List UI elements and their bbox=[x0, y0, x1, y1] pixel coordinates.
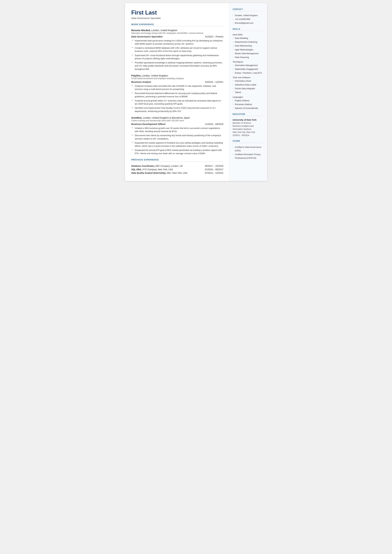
tools-list: Informatica Cloud Salesforce Data Loader… bbox=[233, 79, 264, 94]
job-bullets-3: Initiated a 48% business growth over 32 … bbox=[132, 127, 223, 155]
bullet-item: Surpassed the annual KPI goal of 85% mar… bbox=[132, 149, 223, 155]
skill-item: Master Data Management bbox=[233, 52, 264, 55]
job-title-row-2: Business Analyst 10/2019 – 12/2021 bbox=[131, 81, 223, 83]
job-dates-2: 10/2019 – 12/2021 bbox=[205, 81, 223, 83]
skill-item: Data Warehousing bbox=[233, 44, 264, 48]
bullet-item: Expanded the market segment of Growthsi … bbox=[132, 141, 223, 148]
bullet-item: Supervised 20+ cross-functional teams th… bbox=[132, 54, 223, 60]
education-section: EDUCATION University of New York Bachelo… bbox=[233, 113, 264, 137]
job-title-row-1: Data Governance Specialist 01/2022 – Pre… bbox=[131, 35, 223, 38]
contact-address: Dundee, United Kingdom bbox=[233, 14, 264, 17]
techniques-list: Information Management Stakeholder Engag… bbox=[233, 64, 264, 75]
table-row: Database Coordinator, ABC Company, Londo… bbox=[131, 164, 223, 168]
skills-heading: SKILLS bbox=[233, 28, 264, 31]
technique-item: Stakeholder Engagement bbox=[233, 67, 264, 71]
languages-list: English (Native) Romanian (Native) Spani… bbox=[233, 99, 264, 110]
edu-field: Business Analytics and Information Syste… bbox=[233, 125, 264, 131]
main-column: First Last Data Governance Specialist WO… bbox=[125, 3, 229, 181]
language-item: Romanian (Native) bbox=[233, 103, 264, 106]
skill-item: Requirements Gathering bbox=[233, 40, 264, 44]
job-block-3: Growthsi, London, United Kingdom & Barce… bbox=[131, 116, 223, 155]
company-name-2: Polyhire, London, United Kingdom bbox=[131, 74, 223, 77]
language-item: Spanish (Conversational) bbox=[233, 106, 264, 110]
edu-school: University of New York bbox=[233, 119, 264, 121]
job-dates-1: 01/2022 – Present bbox=[205, 35, 223, 38]
tools-label: Tools and Software: bbox=[233, 76, 264, 79]
contact-email: first.last@gmail.com bbox=[233, 21, 264, 25]
job-block-2: Polyhire, London, United Kingdom NYSE-li… bbox=[131, 74, 223, 113]
hard-skills-list: Data Modeling Requirements Gathering Dat… bbox=[233, 36, 264, 59]
job-title-3: Business Development Officer bbox=[131, 123, 166, 125]
other-heading: OTHER bbox=[233, 140, 264, 143]
tool-item: Talend bbox=[233, 91, 264, 94]
prev-dates-cell: 07/2014 – 12/2015 bbox=[191, 171, 223, 175]
prev-role-cell: Database Coordinator, ABC Company, Londo… bbox=[131, 164, 191, 168]
candidate-title: Data Governance Specialist bbox=[131, 17, 223, 19]
edu-location: New York City, New York bbox=[233, 131, 264, 134]
bullet-item: Created a centralized MDM database with … bbox=[132, 46, 223, 53]
contact-list: Dundee, United Kingdom +44 1234567890 fi… bbox=[233, 14, 264, 25]
skill-item: Data Modeling bbox=[233, 36, 264, 40]
company-name-1: Resume Worded, London, United Kingdom bbox=[131, 29, 223, 32]
resume-container: First Last Data Governance Specialist WO… bbox=[125, 3, 267, 181]
other-item: Certified Information Privacy Profession… bbox=[233, 153, 264, 160]
contact-phone: +44 1234567890 bbox=[233, 18, 264, 21]
job-dates-3: 11/2018 – 09/2019 bbox=[205, 123, 223, 125]
tool-item: Oracle Data Integrator bbox=[233, 87, 264, 90]
previous-experience-heading: PREVIOUS EXPERIENCE bbox=[131, 159, 223, 162]
education-heading: EDUCATION bbox=[233, 113, 264, 116]
job-bullets-1: Implemented data governance strategy for… bbox=[132, 39, 223, 71]
technique-item: Information Management bbox=[233, 64, 264, 67]
prev-role-cell: SQL DBA, XYZ Company, New York, USA bbox=[131, 168, 191, 171]
bullet-item: Reconciled financial statement differenc… bbox=[132, 92, 223, 98]
bullet-item: Provided specialized knowledge in attrib… bbox=[132, 61, 223, 71]
contact-section: CONTACT Dundee, United Kingdom +44 12345… bbox=[233, 8, 264, 25]
candidate-name: First Last bbox=[131, 9, 223, 16]
edu-dates: 10/2011 - 06/2014 bbox=[233, 134, 264, 137]
job-title-2: Business Analyst bbox=[131, 81, 151, 83]
other-item: Certified in Data Governance (CDG) bbox=[233, 146, 264, 152]
bullet-item: Implemented data governance strategy for… bbox=[132, 39, 223, 46]
work-experience-heading: WORK EXPERIENCE bbox=[131, 23, 223, 26]
table-row: SQL DBA, XYZ Company, New York, USA 01/2… bbox=[131, 168, 223, 171]
tool-item: Informatica Cloud bbox=[233, 79, 264, 83]
table-row: Data Quality Analyst (Internship), ABC, … bbox=[131, 171, 223, 175]
languages-label: Languages: bbox=[233, 96, 264, 98]
company-tagline-1: Education technology startup with 50+ em… bbox=[131, 32, 223, 34]
sidebar: CONTACT Dundee, United Kingdom +44 12345… bbox=[229, 3, 267, 181]
previous-experience-table: Database Coordinator, ABC Company, Londo… bbox=[131, 164, 223, 175]
company-tagline-2: NYSE-listed recruitment and employer bra… bbox=[131, 77, 223, 80]
skill-item: Data Cleansing bbox=[233, 56, 264, 59]
language-item: English (Native) bbox=[233, 99, 264, 102]
prev-role-cell: Data Quality Analyst (Internship), ABC, … bbox=[131, 171, 191, 175]
bullet-item: Fostered annual growth within 17+ busine… bbox=[132, 99, 223, 106]
job-block-1: Resume Worded, London, United Kingdom Ed… bbox=[131, 29, 223, 71]
skills-section: SKILLS Hard Skills: Data Modeling Requir… bbox=[233, 28, 264, 110]
bullet-item: Discovered new clients by researching ke… bbox=[132, 134, 223, 140]
job-title-1: Data Governance Specialist bbox=[131, 35, 163, 38]
other-section: OTHER Certified in Data Governance (CDG)… bbox=[233, 140, 264, 160]
technique-item: Extract, Transform, Load (ETL bbox=[233, 71, 264, 75]
hard-skills-label: Hard Skills: bbox=[233, 34, 264, 36]
bullet-item: Identified and implemented Total Quality… bbox=[132, 106, 223, 113]
tool-item: Salesforce Data Loader bbox=[233, 83, 264, 87]
bullet-item: Analyzed company data and aided the sale… bbox=[132, 84, 223, 91]
company-tagline-3: Career training and membership SaaS with… bbox=[131, 119, 223, 122]
prev-dates-cell: 01/2016 – 05/2017 bbox=[191, 168, 223, 171]
skill-item: Agile Methodologies bbox=[233, 48, 264, 51]
job-title-row-3: Business Development Officer 11/2018 – 0… bbox=[131, 123, 223, 125]
contact-heading: CONTACT bbox=[233, 8, 264, 11]
bullet-item: Initiated a 48% business growth over 32 … bbox=[132, 127, 223, 133]
prev-dates-cell: 06/2017 – 10/2018 bbox=[191, 164, 223, 168]
company-name-3: Growthsi, London, United Kingdom & Barce… bbox=[131, 116, 223, 119]
techniques-label: Techniques: bbox=[233, 61, 264, 63]
edu-degree: Bachelor of Science bbox=[233, 121, 264, 125]
other-list: Certified in Data Governance (CDG) Certi… bbox=[233, 146, 264, 160]
job-bullets-2: Analyzed company data and aided the sale… bbox=[132, 84, 223, 113]
